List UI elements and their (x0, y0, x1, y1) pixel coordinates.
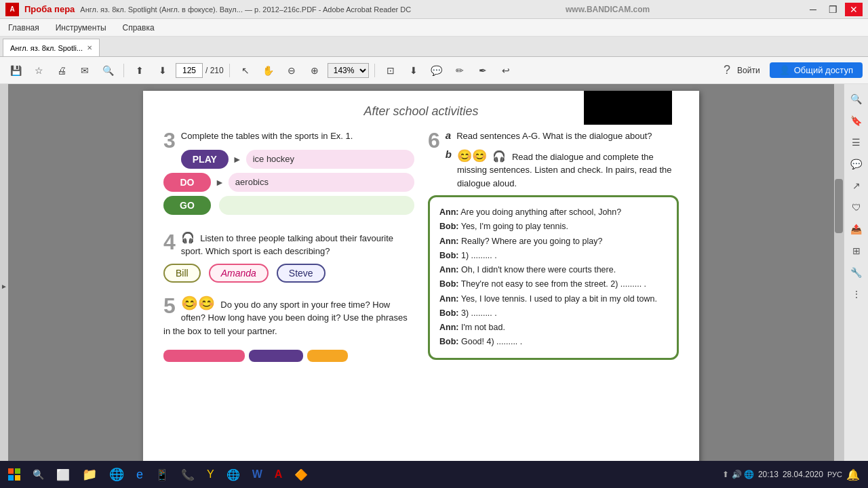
comment-sidebar[interactable]: 💬 (847, 155, 866, 174)
action-button[interactable]: ↩ (496, 61, 516, 80)
pdf-area: After school activities 3 Complete the t… (8, 84, 834, 488)
next-page-button[interactable]: ⬇ (153, 61, 173, 80)
scan-tool[interactable]: ⬇ (403, 61, 424, 80)
menu-home[interactable]: Главная (5, 22, 42, 34)
prev-page-button[interactable]: ⬆ (130, 61, 150, 80)
sign-button[interactable]: ✒ (473, 61, 493, 80)
comment-button[interactable]: 💬 (427, 61, 447, 80)
compress-sidebar[interactable]: ⊞ (847, 241, 866, 260)
pink-bar (163, 350, 245, 362)
app4-taskbar[interactable]: 🌐 (221, 462, 245, 487)
system-icons: ⬆ 🔊 🌐 (722, 470, 754, 479)
search-taskbar[interactable]: 🔍 (27, 462, 50, 487)
bookmark-sidebar[interactable]: 🔖 (847, 111, 866, 130)
dialogue-line-4: Ann: Oh, I didn't know there were courts… (439, 263, 667, 277)
page-input[interactable]: 125 (176, 63, 203, 78)
save-button[interactable]: 💾 (5, 61, 26, 80)
app2-taskbar[interactable]: 📞 (176, 462, 200, 487)
line-2-text: Really? Where are you going to play? (461, 237, 602, 246)
bottom-bars (163, 350, 414, 362)
line-8-text: I'm not bad. (461, 323, 505, 332)
file-explorer[interactable]: 📁 (77, 462, 102, 487)
ex3-instruction: Complete the tables with the sports in E… (181, 131, 353, 141)
dialogue-line-0: Ann: Are you doing anything after school… (439, 205, 667, 220)
tab-close-icon[interactable]: ✕ (87, 44, 92, 52)
arrow-do: ► (215, 177, 224, 188)
smiley-icons: 😊😊 (181, 296, 215, 310)
purple-bar (249, 350, 303, 362)
vlc-taskbar[interactable]: 🔶 (289, 462, 313, 487)
menu-bar: Главная Инструменты Справка (0, 19, 868, 37)
speaker-7: Bob: (439, 308, 458, 318)
notification-btn[interactable]: 🔔 (846, 468, 860, 481)
do-fill: aerobics (229, 173, 414, 192)
layers-sidebar[interactable]: ☰ (847, 133, 866, 152)
exercises-row: 3 Complete the tables with the sports in… (163, 129, 679, 372)
line-0-text: Are you doing anything after school, Joh… (460, 207, 621, 217)
scroll-thumb[interactable] (835, 179, 843, 233)
export-sidebar[interactable]: 📤 (847, 220, 866, 239)
play-button: PLAY (181, 150, 229, 169)
search-button[interactable]: 🔍 (98, 61, 118, 80)
help-button[interactable]: ? (724, 63, 730, 77)
go-fill (219, 196, 414, 215)
badge-bill: Bill (163, 264, 201, 283)
tab-document[interactable]: Англ. яз. 8кл. Spotli... ✕ (3, 39, 100, 56)
app1-taskbar[interactable]: 📱 (150, 462, 174, 487)
line-7-text: 3) ......... . (461, 308, 497, 318)
ie-taskbar[interactable]: e (131, 462, 149, 487)
close-button[interactable]: ✕ (845, 3, 863, 16)
line-3-text: 1) ......... . (461, 251, 497, 260)
highlight-button[interactable]: ✏ (450, 61, 470, 80)
restore-button[interactable]: ❒ (825, 3, 842, 16)
arrow-play: ► (233, 154, 242, 165)
login-button[interactable]: Войти (737, 66, 760, 75)
zoom-in-button[interactable]: ⊕ (304, 61, 325, 80)
share-button[interactable]: 👤 Общий доступ (770, 62, 863, 78)
ex6b: b 😊😊 🎧 Read the dialogue and complete th… (446, 148, 679, 190)
menu-help[interactable]: Справка (120, 22, 157, 34)
window-title: Англ. яз. 8кл. Spotlight (Англ. в фокусе… (80, 5, 411, 14)
svg-rect-0 (8, 468, 14, 474)
play-fill: ice hockey (246, 150, 414, 169)
ex5-number: 5 (163, 295, 176, 317)
word-taskbar[interactable]: W (247, 462, 268, 487)
speaker-2: Ann: (439, 237, 458, 246)
zoom-select[interactable]: 143% (328, 63, 369, 78)
line-9-text: Good! 4) ......... . (461, 337, 522, 346)
protect-sidebar[interactable]: 🛡 (847, 198, 866, 217)
badge-amanda: Amanda (209, 264, 269, 283)
chrome-taskbar[interactable]: 🌐 (104, 462, 130, 487)
hand-tool[interactable]: ✋ (258, 61, 279, 80)
start-button[interactable] (3, 462, 26, 487)
share-icon: 👤 (779, 65, 790, 75)
app3-taskbar[interactable]: Y (201, 462, 220, 487)
dialogue-line-5: Bob: They're not easy to see from the st… (439, 277, 667, 291)
page-total: / 210 (205, 66, 224, 75)
window-controls: ─ ❒ ✕ (804, 3, 863, 16)
share-sidebar[interactable]: ↗ (847, 176, 866, 195)
orange-bar (307, 350, 348, 362)
minimize-button[interactable]: ─ (804, 3, 822, 16)
tools-sidebar[interactable]: 🔧 (847, 263, 866, 282)
acrobat-taskbar[interactable]: A (269, 462, 288, 487)
headphone2-icon: 🎧 (492, 150, 506, 162)
print-button[interactable]: 🖨 (52, 61, 72, 80)
bookmark-button[interactable]: ☆ (28, 61, 49, 80)
exercise-5: 5 😊😊 Do you do any sport in your free ti… (163, 295, 414, 338)
ex6b-text: Read the dialogue and complete the missi… (457, 152, 672, 188)
email-button[interactable]: ✉ (75, 61, 95, 80)
marquee-tool[interactable]: ⊡ (380, 61, 401, 80)
titlebar-left: A Проба пера Англ. яз. 8кл. Spotlight (А… (5, 3, 411, 16)
cortana-taskbar[interactable]: ⬜ (51, 462, 75, 487)
cursor-tool[interactable]: ↖ (235, 61, 256, 80)
scrollbar[interactable] (834, 84, 844, 488)
taskbar-time: 20:13 (758, 470, 778, 479)
zoom-in-sidebar[interactable]: 🔍 (847, 89, 866, 108)
sport-row-play: PLAY ► ice hockey (181, 150, 414, 169)
zoom-out-button[interactable]: ⊖ (281, 61, 302, 80)
ex6a: a Read sentences A-G. What is the dialog… (446, 129, 679, 143)
more-sidebar[interactable]: ⋮ (847, 285, 866, 304)
left-panel-toggle[interactable]: ► (0, 84, 8, 488)
menu-tools[interactable]: Инструменты (53, 22, 109, 34)
